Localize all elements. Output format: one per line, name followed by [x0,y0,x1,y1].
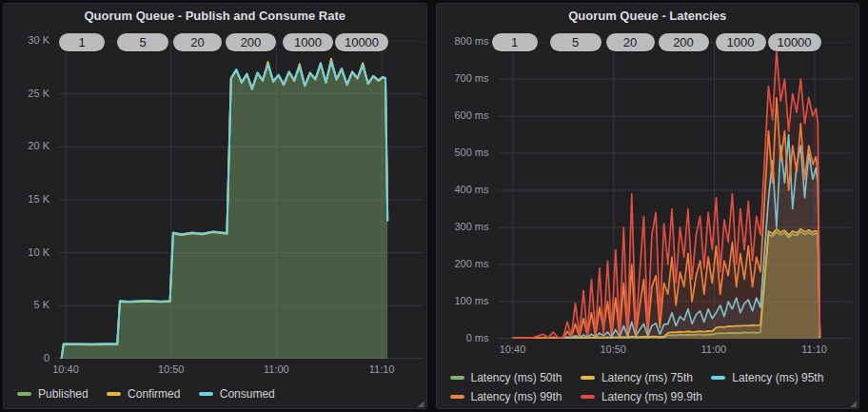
panel-publish-consume-rate: Quorum Queue - Publish and Consume Rate … [3,3,427,409]
legend-label: Latency (ms) 50th [471,370,562,385]
annotation-pill-1000[interactable]: 1000 [283,33,333,51]
annotation-pill-10000[interactable]: 10000 [768,33,821,51]
panel-latencies: Quorum Queue - Latencies 1 5 20 200 1000… [436,3,860,409]
legend-label: Latency (ms) 99.9th [602,389,702,404]
series-swatch [711,376,725,380]
y-tick-label: 30 K [4,34,49,46]
grafana-dashboard: Quorum Queue - Publish and Consume Rate … [0,0,862,406]
y-tick-label: 25 K [4,88,49,99]
legend: Latency (ms) 50th Latency (ms) 75th Late… [450,364,839,402]
x-tick-label: 10:40 [489,343,537,355]
annotation-pill-200[interactable]: 200 [659,33,709,51]
legend-item-published[interactable]: Published [17,386,89,402]
plot-area [58,41,424,359]
x-tick-label: 11:10 [358,363,405,375]
y-tick-label: 700 ms [437,72,489,84]
y-tick-label: 10 K [4,246,49,258]
chart-svg-0 [58,41,424,359]
annotation-pill-10000[interactable]: 10000 [335,33,388,51]
panel-title[interactable]: Quorum Queue - Publish and Consume Rate [4,9,426,23]
y-tick-label: 800 ms [437,35,489,47]
panel-resize-handle[interactable]: ◢ [418,400,424,408]
legend-item-confirmed[interactable]: Confirmed [107,386,180,402]
y-tick-label: 300 ms [437,221,489,232]
annotation-pill-5[interactable]: 5 [117,33,168,51]
x-tick-label: 10:50 [148,363,195,375]
annotation-pills: 1 5 20 200 1000 10000 [59,33,388,51]
y-tick-label: 0 ms [437,332,489,343]
annotation-pill-1[interactable]: 1 [492,33,538,51]
y-tick-label: 500 ms [437,147,489,158]
annotation-pill-20[interactable]: 20 [606,33,655,51]
legend-label: Published [38,386,89,402]
legend-label: Latency (ms) 99th [471,389,562,404]
legend-label: Confirmed [128,386,180,402]
series-fill-Consumed [62,61,388,359]
legend-item-latency-75th[interactable]: Latency (ms) 75th [581,370,693,385]
series-swatch [581,376,595,380]
legend-item-latency-50th[interactable]: Latency (ms) 50th [450,370,562,385]
y-tick-label: 600 ms [437,109,489,121]
x-tick-label: 10:40 [42,363,89,375]
annotation-pill-1000[interactable]: 1000 [716,33,766,51]
legend-item-latency-95th[interactable]: Latency (ms) 95th [711,370,823,385]
series-swatch [17,392,31,396]
annotation-pills: 1 5 20 200 1000 10000 [492,33,821,51]
series-swatch [450,395,464,399]
series-swatch [581,395,595,399]
y-tick-label: 400 ms [437,184,489,195]
series-swatch [107,392,121,396]
legend-item-latency-99.9th[interactable]: Latency (ms) 99.9th [581,389,702,404]
legend-item-consumed[interactable]: Consumed [199,386,275,402]
plot-area [498,42,852,339]
panel-resize-handle[interactable]: ◢ [850,400,857,408]
y-tick-label: 200 ms [437,258,489,269]
series-swatch [199,392,213,396]
legend: Published Confirmed Consumed [17,381,290,400]
panel-title[interactable]: Quorum Queue - Latencies [437,9,859,23]
series-swatch [450,376,464,380]
annotation-pill-200[interactable]: 200 [226,33,276,51]
y-tick-label: 0 [4,352,49,363]
chart-svg-1 [498,42,852,339]
x-tick-label: 11:00 [690,343,738,355]
x-tick-label: 11:10 [791,343,838,355]
x-tick-label: 11:00 [252,363,300,375]
legend-item-latency-99th[interactable]: Latency (ms) 99th [450,389,562,404]
legend-label: Latency (ms) 75th [602,370,693,385]
y-tick-label: 20 K [4,140,49,151]
legend-label: Consumed [220,386,275,402]
annotation-pill-5[interactable]: 5 [550,33,602,51]
annotation-pill-20[interactable]: 20 [173,33,222,51]
annotation-pill-1[interactable]: 1 [59,33,105,51]
x-tick-label: 10:50 [589,343,637,355]
y-tick-label: 15 K [4,193,49,205]
legend-label: Latency (ms) 95th [732,370,823,385]
y-tick-label: 5 K [4,299,49,310]
y-tick-label: 100 ms [437,295,489,306]
